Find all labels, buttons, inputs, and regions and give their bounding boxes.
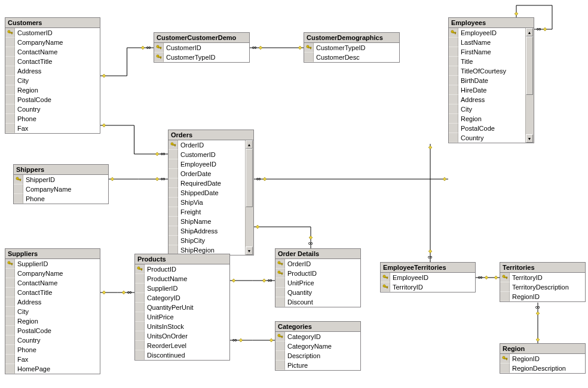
scroll-down-icon[interactable]: ▼ <box>526 134 533 143</box>
column-row[interactable]: QuantityPerUnit <box>135 303 229 312</box>
column-row[interactable]: Fax <box>5 124 100 133</box>
column-row[interactable]: TerritoryID <box>500 273 585 282</box>
column-row[interactable]: RegionID <box>500 292 585 301</box>
column-row[interactable]: OrderDate <box>169 169 245 178</box>
table-customerdemographics[interactable]: CustomerDemographicsCustomerTypeIDCustom… <box>304 32 400 63</box>
vertical-scrollbar[interactable]: ▲▼ <box>245 140 253 255</box>
column-row[interactable]: City <box>5 307 100 316</box>
column-row[interactable]: Country <box>5 335 100 345</box>
column-row[interactable]: ShipCity <box>169 236 245 245</box>
scroll-thumb[interactable] <box>526 36 533 95</box>
table-title[interactable]: Suppliers <box>5 249 100 259</box>
column-row[interactable]: Discontinued <box>135 350 229 360</box>
column-row[interactable]: HomePage <box>5 364 100 374</box>
table-title[interactable]: Shippers <box>14 165 108 175</box>
column-row[interactable]: CompanyName <box>5 38 100 47</box>
column-row[interactable]: ShipperID <box>14 175 108 184</box>
column-row[interactable]: ShipAddress <box>169 226 245 236</box>
table-orderdetails[interactable]: Order DetailsOrderIDProductIDUnitPriceQu… <box>275 248 361 307</box>
column-row[interactable]: TitleOfCourtesy <box>449 66 525 76</box>
column-row[interactable]: Freight <box>169 207 245 217</box>
column-row[interactable]: UnitsInStock <box>135 322 229 331</box>
column-row[interactable]: CustomerDesc <box>304 53 399 62</box>
column-row[interactable]: ProductName <box>135 274 229 284</box>
column-row[interactable]: PostalCode <box>5 326 100 335</box>
column-row[interactable]: Address <box>5 297 100 307</box>
column-row[interactable]: Picture <box>275 361 360 370</box>
table-employees[interactable]: EmployeesEmployeeIDLastNameFirstNameTitl… <box>448 17 534 143</box>
column-row[interactable]: Phone <box>5 114 100 124</box>
column-row[interactable]: SupplierID <box>135 284 229 293</box>
table-title[interactable]: CustomerDemographics <box>304 33 399 43</box>
column-row[interactable]: Phone <box>14 194 108 204</box>
column-row[interactable]: ShippedDate <box>169 188 245 198</box>
scroll-up-icon[interactable]: ▲ <box>246 140 253 149</box>
column-row[interactable]: TerritoryID <box>381 282 475 292</box>
table-customercustomerdemo[interactable]: CustomerCustomerDemoCustomerIDCustomerTy… <box>154 32 250 63</box>
column-row[interactable]: City <box>449 104 525 114</box>
table-title[interactable]: EmployeeTerritories <box>381 263 475 273</box>
column-row[interactable]: Country <box>5 104 100 114</box>
column-row[interactable]: ProductID <box>275 269 360 278</box>
table-orders[interactable]: OrdersOrderIDCustomerIDEmployeeIDOrderDa… <box>168 130 254 255</box>
scroll-up-icon[interactable]: ▲ <box>526 28 533 36</box>
column-row[interactable]: ContactName <box>5 47 100 57</box>
column-row[interactable]: CategoryID <box>135 293 229 303</box>
column-row[interactable]: PostalCode <box>5 95 100 104</box>
column-row[interactable]: TerritoryDescription <box>500 282 585 292</box>
column-row[interactable]: ReorderLevel <box>135 341 229 350</box>
column-row[interactable]: CustomerID <box>169 150 245 159</box>
table-customers[interactable]: CustomersCustomerIDCompanyNameContactNam… <box>5 17 100 134</box>
column-row[interactable]: Region <box>5 85 100 95</box>
column-row[interactable]: RequiredDate <box>169 178 245 188</box>
column-row[interactable]: Region <box>5 316 100 326</box>
column-row[interactable]: Description <box>275 351 360 361</box>
column-row[interactable]: RegionID <box>500 354 585 364</box>
scroll-track[interactable] <box>526 36 534 134</box>
table-title[interactable]: Categories <box>275 322 360 332</box>
column-row[interactable]: Title <box>449 57 525 66</box>
column-row[interactable]: CompanyName <box>5 269 100 278</box>
column-row[interactable]: CategoryName <box>275 341 360 351</box>
column-row[interactable]: Address <box>5 66 100 76</box>
column-row[interactable]: OrderID <box>169 140 245 150</box>
column-row[interactable]: ProductID <box>135 264 229 274</box>
column-row[interactable]: CustomerID <box>5 28 100 38</box>
column-row[interactable]: OrderID <box>275 259 360 269</box>
column-row[interactable]: Country <box>449 133 525 143</box>
column-row[interactable]: CustomerID <box>154 43 249 53</box>
column-row[interactable]: Discount <box>275 297 360 307</box>
column-row[interactable]: Phone <box>5 345 100 355</box>
relation-line[interactable] <box>100 125 168 154</box>
table-territories[interactable]: TerritoriesTerritoryIDTerritoryDescripti… <box>500 262 586 302</box>
table-title[interactable]: Orders <box>169 130 253 140</box>
column-row[interactable]: UnitPrice <box>275 278 360 288</box>
table-shippers[interactable]: ShippersShipperIDCompanyNamePhone <box>13 164 109 204</box>
column-row[interactable]: PostalCode <box>449 124 525 133</box>
column-row[interactable]: ContactTitle <box>5 57 100 66</box>
column-row[interactable]: FirstName <box>449 47 525 57</box>
column-row[interactable]: Region <box>449 114 525 124</box>
column-row[interactable]: Address <box>449 95 525 104</box>
relation-line[interactable] <box>254 227 311 248</box>
scroll-track[interactable] <box>246 149 253 247</box>
table-categories[interactable]: CategoriesCategoryIDCategoryNameDescript… <box>275 321 361 371</box>
table-employeeterritories[interactable]: EmployeeTerritoriesEmployeeIDTerritoryID <box>380 262 476 292</box>
column-row[interactable]: ContactName <box>5 278 100 288</box>
table-products[interactable]: ProductsProductIDProductNameSupplierIDCa… <box>134 254 230 361</box>
table-title[interactable]: Order Details <box>275 249 360 259</box>
scroll-down-icon[interactable]: ▼ <box>246 247 253 255</box>
column-row[interactable]: EmployeeID <box>449 28 525 38</box>
table-region[interactable]: RegionRegionIDRegionDescription <box>500 343 586 374</box>
column-row[interactable]: CustomerTypeID <box>304 43 399 53</box>
column-row[interactable]: Quantity <box>275 288 360 297</box>
column-row[interactable]: CompanyName <box>14 184 108 194</box>
table-title[interactable]: Territories <box>500 263 585 273</box>
scroll-thumb[interactable] <box>246 149 253 207</box>
column-row[interactable]: SupplierID <box>5 259 100 269</box>
table-title[interactable]: CustomerCustomerDemo <box>154 33 249 43</box>
table-title[interactable]: Region <box>500 344 585 354</box>
column-row[interactable]: BirthDate <box>449 76 525 85</box>
vertical-scrollbar[interactable]: ▲▼ <box>525 28 534 143</box>
column-row[interactable]: CustomerTypeID <box>154 53 249 62</box>
